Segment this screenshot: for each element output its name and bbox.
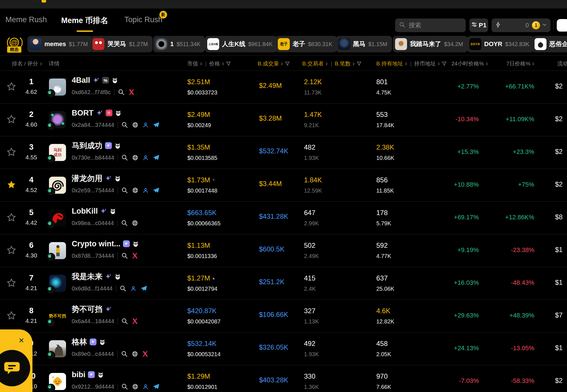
token-name[interactable]: 我是未来 (72, 271, 102, 282)
search-icon[interactable] (121, 318, 128, 325)
filter-funnel-icon[interactable] (285, 61, 290, 66)
sort-icon[interactable] (280, 61, 284, 66)
token-name[interactable]: 马到成功 (72, 141, 102, 151)
search-icon[interactable] (121, 121, 128, 128)
website-icon[interactable] (132, 121, 139, 128)
table-row[interactable]: 54.42LobKill0x98ea...c04444$663.65K$0.00… (0, 202, 567, 234)
search-icon[interactable] (121, 187, 128, 194)
chat-widget[interactable]: × (0, 329, 32, 392)
x-twitter-icon[interactable] (132, 318, 138, 324)
profile-icon[interactable] (130, 285, 137, 292)
sort-icon[interactable] (532, 61, 535, 66)
col-mcap-price[interactable]: 市值 | 价格 (187, 60, 231, 67)
featured-chip[interactable]: 恶俗企鹅 (532, 36, 567, 52)
contract-address[interactable]: 0x730e...b84444 (72, 154, 114, 161)
website-icon[interactable] (132, 220, 138, 226)
close-icon[interactable]: × (17, 336, 26, 345)
telegram-icon[interactable] (153, 121, 159, 128)
table-row[interactable]: 64.30Crypto wint...0x87d8...734444$1.13M… (0, 234, 567, 267)
sort-icon[interactable] (352, 61, 355, 66)
filter-funnel-icon[interactable] (226, 61, 231, 66)
token-name[interactable]: 格林 (72, 337, 87, 347)
search-icon[interactable] (121, 350, 128, 357)
contract-address[interactable]: 0x2e59...754444 (72, 187, 114, 194)
col-liquidity[interactable]: 流动性 (557, 60, 567, 67)
favorite-star-icon[interactable] (6, 147, 18, 158)
contract-address[interactable]: 0x6a44...184444 (72, 318, 114, 325)
profile-icon[interactable] (142, 154, 149, 161)
table-row[interactable]: 74.21我是未来0x6d8d...f14444$1.27M▲$0.001279… (0, 267, 567, 300)
profile-icon[interactable] (142, 122, 149, 128)
col-traders-txns[interactable]: B.交易者 | B.笔数 (302, 60, 361, 67)
contract-address[interactable]: 0xd642...f74f8c (72, 89, 111, 96)
website-icon[interactable] (132, 350, 138, 357)
preset-p1-button[interactable]: P1 (469, 18, 488, 32)
favorite-star-icon[interactable] (6, 81, 18, 93)
boost-selector[interactable]: 0 1 (492, 18, 550, 32)
telegram-icon[interactable] (140, 285, 147, 292)
tab-topic-rush[interactable]: Topic Rush 新 (124, 15, 163, 24)
filter-funnel-icon[interactable] (357, 61, 361, 66)
table-row[interactable]: 94.12格林0x89e0...c44444$532.14K$0.0005321… (0, 333, 567, 365)
favorite-star-icon[interactable] (6, 310, 18, 322)
sort-icon[interactable] (40, 61, 43, 66)
search-box[interactable] (395, 18, 466, 32)
contract-address[interactable]: 0x87d8...734444 (72, 253, 114, 259)
token-name[interactable]: BORT (72, 109, 94, 117)
token-name[interactable]: 潜龙勿用 (72, 173, 102, 183)
col-change7d[interactable]: 7日价格% (506, 60, 535, 67)
token-name[interactable]: Crypto wint... (72, 240, 120, 248)
sort-icon[interactable] (200, 61, 203, 66)
featured-chip[interactable]: DOYR DOYR $342.83K (467, 36, 534, 52)
website-icon[interactable] (132, 187, 139, 194)
table-row[interactable]: 84.21势不可挡势不可挡0x6a44...184444$420.87K$0.0… (0, 300, 567, 333)
search-icon[interactable] (120, 285, 126, 292)
search-icon[interactable] (121, 220, 128, 226)
website-icon[interactable] (132, 154, 139, 161)
table-row[interactable]: 34.55马到成功马到成功0x730e...b84444$1.35M$0.001… (0, 136, 567, 169)
tab-meme-ranking[interactable]: Meme 币排名 (61, 15, 108, 26)
token-name[interactable]: bibi (72, 370, 85, 379)
col-volume[interactable]: B.成交量 (258, 60, 290, 67)
favorite-star-icon[interactable] (6, 278, 18, 289)
favorite-star-icon[interactable] (6, 114, 18, 125)
featured-chip[interactable]: 我踏马来了 $34.2M (393, 36, 468, 52)
website-icon[interactable] (132, 383, 139, 390)
x-twitter-icon[interactable] (142, 351, 148, 357)
tab-meme-rush[interactable]: Meme Rush (5, 15, 47, 24)
table-row[interactable]: 24.60BORT0x2a84...374444$2.49M$0.00249$3… (0, 104, 567, 136)
token-name[interactable]: LobKill (72, 207, 98, 216)
search-icon[interactable] (118, 89, 125, 96)
contract-address[interactable]: 0x6d8d...f14444 (72, 285, 112, 292)
filter-funnel-icon[interactable] (442, 61, 447, 66)
sort-icon[interactable] (404, 61, 408, 66)
contract-address[interactable]: 0x2a84...374444 (72, 122, 114, 128)
profile-icon[interactable] (142, 383, 149, 390)
x-twitter-icon[interactable] (128, 89, 135, 95)
profile-icon[interactable] (142, 187, 149, 194)
theme-toggle[interactable] (557, 19, 567, 32)
search-icon[interactable] (121, 154, 128, 161)
col-holders[interactable]: B.持有地址 | 持币地址 (376, 60, 447, 67)
favorite-star-icon[interactable] (6, 212, 18, 224)
search-icon[interactable] (121, 252, 128, 259)
telegram-icon[interactable] (153, 154, 159, 161)
contract-address[interactable]: 0x89e0...c44444 (72, 351, 114, 357)
sort-icon[interactable] (437, 61, 440, 66)
featured-chip[interactable]: 人生K线 人生K线 $961.84K (205, 36, 277, 52)
table-row[interactable]: 44.52潜龙勿用0x2e59...754444$1.73M▼$0.001744… (0, 169, 567, 202)
featured-chip[interactable]: 黑马 $1.15M (336, 36, 392, 52)
col-change24h[interactable]: 24小时价格% (451, 60, 488, 67)
featured-chip[interactable]: 1 $511.34K (153, 36, 205, 52)
sort-icon[interactable] (221, 61, 225, 66)
telegram-icon[interactable] (153, 187, 159, 194)
favorite-star-icon-filled[interactable] (6, 180, 18, 191)
x-twitter-icon[interactable] (132, 253, 138, 259)
col-rank-rating[interactable]: 排名 / 评分 (12, 60, 43, 67)
contract-address[interactable]: 0x98ea...c04444 (72, 220, 114, 226)
token-name[interactable]: 4Ball (72, 76, 90, 85)
featured-chip[interactable]: 老子 老子 $830.31K (276, 36, 337, 52)
search-input[interactable] (408, 21, 458, 29)
featured-filter[interactable]: @ 精选 (6, 35, 23, 53)
contract-address[interactable]: 0x9212...9d4444 (72, 383, 114, 390)
